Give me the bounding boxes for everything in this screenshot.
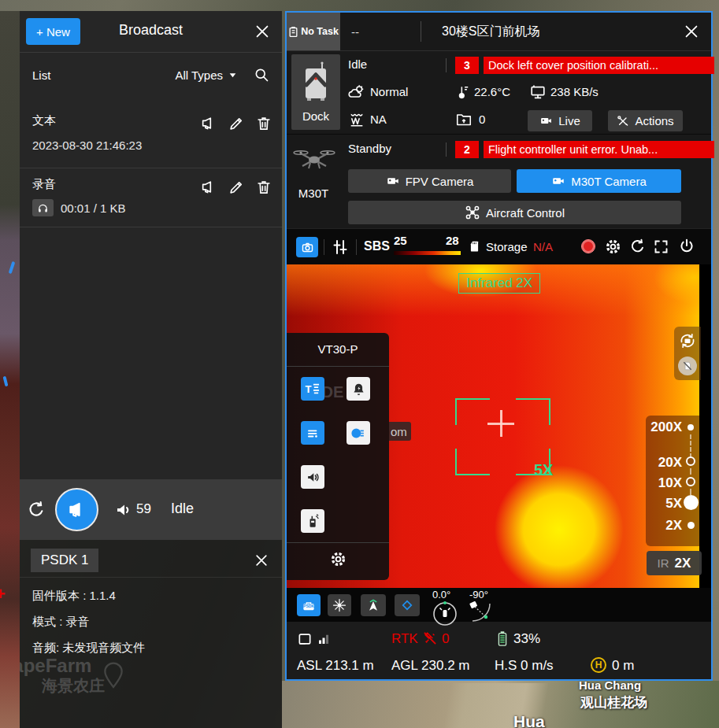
signal-icon — [317, 632, 331, 646]
dock-row: Dock Idle 3 Dock left cover position cal… — [287, 50, 711, 134]
gimbal-pitch-value: -90° — [469, 589, 488, 601]
zoom-level-2x[interactable]: 2X — [665, 518, 682, 534]
telemetry-bar: RTK 0 33% ASL 213.1 m AGL 230.2 m H.S 0 … — [287, 622, 711, 679]
refresh-icon[interactable] — [628, 238, 647, 256]
laser-button[interactable] — [328, 594, 351, 616]
megaphone-icon[interactable] — [200, 115, 217, 132]
fullscreen-icon[interactable] — [653, 238, 669, 255]
storage-label: Storage — [486, 240, 528, 253]
actions-button[interactable]: Actions — [608, 110, 683, 131]
search-icon[interactable] — [254, 67, 269, 83]
dock-alert-message[interactable]: Dock left cover position calibrati... — [484, 57, 714, 74]
aircraft-alert-message[interactable]: Flight controller unit error. Unab... — [484, 141, 714, 158]
waypoint-diamond-button[interactable] — [395, 594, 420, 616]
heading-indicator-button[interactable] — [361, 594, 386, 616]
device-header: No Task -- 30楼S区门前机场 — [287, 13, 711, 51]
map-label-farm-cn2: 海景农庄 — [42, 675, 105, 697]
type-filter-dropdown[interactable]: All Types — [175, 68, 238, 82]
location-pin-icon — [100, 658, 127, 689]
dock-status: Idle — [348, 57, 367, 71]
zoom-dot[interactable] — [687, 424, 694, 431]
refresh-icon[interactable] — [26, 500, 46, 520]
trash-icon[interactable] — [255, 115, 272, 132]
walkie-talkie-button[interactable] — [301, 509, 324, 533]
broadcast-header: + New Broadcast — [20, 11, 282, 53]
video-icon — [551, 174, 565, 188]
fpv-camera-button[interactable]: FPV Camera — [348, 169, 511, 193]
gear-icon[interactable] — [604, 238, 622, 256]
broadcast-play-button[interactable] — [55, 488, 98, 531]
map-left-strip[interactable] — [0, 11, 20, 728]
camera-swap-icon[interactable] — [678, 331, 697, 350]
live-button[interactable]: Live — [528, 110, 592, 131]
divider — [421, 21, 421, 42]
camera-bottom-bar: PSDK 0.0° -90° — [287, 588, 711, 622]
focus-bracket — [455, 449, 490, 475]
camera-toolbar: SBS 25 28 Storage N/A — [287, 228, 711, 265]
pencil-icon[interactable] — [228, 179, 245, 196]
gimbal-yaw-value: 0.0° — [432, 589, 450, 601]
compass-indicator[interactable] — [432, 601, 458, 627]
dock-icon — [300, 59, 332, 105]
ir-zoom-button[interactable]: IR 2X — [647, 551, 702, 575]
tts-button[interactable]: T — [301, 377, 324, 401]
gimbal-pitch-indicator[interactable] — [468, 601, 493, 624]
searchlight-button[interactable] — [347, 421, 370, 445]
playlist-button[interactable] — [301, 421, 324, 445]
zoom-slider[interactable]: 200X 20X 10X 5X 2X — [646, 416, 699, 546]
zoom-dot[interactable] — [687, 522, 695, 529]
item-actions — [200, 115, 272, 132]
palette-disabled-icon[interactable] — [678, 357, 697, 375]
zoom-ring[interactable] — [686, 456, 695, 466]
power-icon[interactable] — [678, 238, 695, 255]
task-status-badge[interactable]: No Task — [287, 13, 340, 50]
dock-device-card[interactable]: Dock — [291, 54, 340, 130]
close-icon[interactable] — [254, 552, 269, 568]
close-icon[interactable] — [254, 23, 271, 40]
sliders-icon[interactable] — [331, 238, 350, 257]
megaphone-icon[interactable] — [200, 179, 217, 196]
psdk-widget-button[interactable]: PSDK — [297, 594, 321, 616]
rc-icon — [297, 631, 313, 647]
volume-value: 59 — [136, 501, 151, 517]
tts-letter: T — [306, 383, 312, 395]
satellite-off-icon — [422, 630, 438, 646]
zoom-ticks — [690, 434, 691, 458]
center-zoom-label: 5X — [534, 461, 553, 479]
trash-icon[interactable] — [255, 179, 272, 196]
aircraft-alert-count[interactable]: 2 — [455, 141, 479, 158]
pencil-icon[interactable] — [228, 115, 245, 132]
zoom-level-200x[interactable]: 200X — [650, 419, 682, 435]
zoom-current-handle[interactable] — [684, 495, 699, 510]
agl-value: AGL 230.2 m — [391, 658, 470, 674]
screen: + Hua Chang 观山桂花场 Hua + New Broadcast Li… — [0, 0, 719, 728]
volume-icon[interactable] — [114, 501, 133, 519]
close-icon[interactable] — [683, 23, 700, 40]
horizontal-speed-value: H.S 0 m/s — [495, 658, 554, 674]
speaker-button[interactable] — [301, 465, 324, 489]
m30t-camera-button[interactable]: M30T Camera — [517, 169, 681, 193]
zoom-level-10x[interactable]: 10X — [658, 475, 682, 491]
alarm-button[interactable] — [347, 377, 370, 401]
photo-camera-button[interactable] — [296, 237, 318, 257]
zoom-level-5x[interactable]: 5X — [665, 496, 682, 512]
asl-value: ASL 213.1 m — [297, 658, 374, 674]
list-item[interactable]: 录音 00:01 / 1 KB — [20, 168, 282, 227]
palette-label[interactable]: SBS — [364, 239, 390, 253]
zoom-ring[interactable] — [686, 477, 695, 486]
record-button[interactable] — [581, 239, 595, 253]
aircraft-control-button[interactable]: Aircraft Control — [348, 201, 681, 224]
drone-control-icon — [465, 205, 480, 220]
ir-value: 2X — [675, 556, 691, 571]
zoom-level-20x[interactable]: 20X — [658, 455, 682, 471]
broadcast-status: Idle — [171, 501, 194, 517]
fpv-camera-label: FPV Camera — [406, 175, 474, 188]
map-label-big: Hua — [513, 712, 545, 728]
psdk-firmware: 固件版本 : 1.1.4 — [32, 589, 116, 604]
tools-icon — [617, 115, 629, 127]
dock-alert-count[interactable]: 3 — [455, 57, 479, 74]
list-item[interactable]: 文本 2023-08-30 21:46:23 — [20, 99, 282, 168]
divider — [324, 239, 324, 255]
gear-icon[interactable] — [329, 550, 347, 568]
camera-feed[interactable]: Infrared 2X 5X VT30-P WIDE T — [287, 264, 711, 588]
